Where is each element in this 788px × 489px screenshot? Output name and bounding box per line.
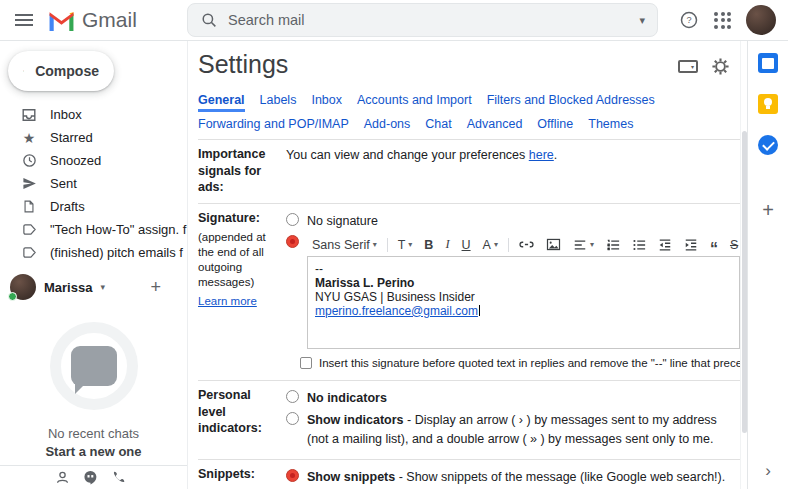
sidebar-item-label: Starred <box>50 130 93 145</box>
settings-header: Settings ▾ <box>198 45 740 87</box>
font-family-button[interactable]: Sans Serif ▾ <box>307 235 382 255</box>
insert-image-button[interactable] <box>541 235 566 255</box>
no-indicators-radio[interactable] <box>286 390 299 403</box>
label-icon <box>21 222 37 238</box>
settings-gear-icon[interactable] <box>711 57 730 76</box>
body: Compose Inbox ★ Starred <box>0 41 788 489</box>
sidebar-item-snoozed[interactable]: Snoozed <box>0 149 187 172</box>
gmail-logo[interactable]: Gmail <box>48 8 187 32</box>
quote-button[interactable]: “ <box>705 235 723 255</box>
numbered-list-button[interactable] <box>601 235 625 255</box>
tab-labels[interactable]: Labels <box>260 93 297 112</box>
hamburger-menu-button[interactable] <box>0 11 48 29</box>
ads-text: You can view and change your preferences <box>286 148 529 162</box>
caret-down-icon: ▾ <box>408 240 412 249</box>
help-button[interactable]: ? <box>679 10 699 30</box>
phone-icon[interactable] <box>110 469 127 486</box>
gmail-m-icon <box>48 10 75 31</box>
tab-accounts-and-import[interactable]: Accounts and Import <box>357 93 472 112</box>
signature-row-content: No signature Sans Serif ▾ <box>286 210 740 374</box>
account-avatar[interactable] <box>746 5 776 35</box>
get-add-ons-button[interactable]: + <box>762 200 774 220</box>
new-chat-button[interactable]: + <box>150 278 177 296</box>
start-new-chat-link[interactable]: Start a new one <box>0 444 187 459</box>
show-snippets-radio-selected[interactable] <box>286 469 299 482</box>
apps-grid-icon[interactable] <box>714 12 731 29</box>
hangouts-icon[interactable] <box>82 469 99 486</box>
collapse-panel-chevron-icon[interactable]: › <box>765 461 771 481</box>
tab-advanced[interactable]: Advanced <box>467 117 523 136</box>
chat-empty-state: No recent chats Start a new one <box>0 322 187 459</box>
learn-more-link[interactable]: Learn more <box>198 294 257 309</box>
calendar-icon[interactable] <box>758 53 778 73</box>
tab-general[interactable]: General <box>198 93 245 112</box>
snippets-row-content: Show snippets - Show snippets of the mes… <box>286 466 740 489</box>
compose-button[interactable]: Compose <box>8 51 114 91</box>
search-bar: ▾ <box>187 3 658 37</box>
strikethrough-button[interactable]: S <box>725 235 740 255</box>
text-color-button[interactable]: A ▾ <box>478 235 503 255</box>
tasks-icon[interactable] <box>758 135 778 155</box>
help-icon: ? <box>679 10 699 30</box>
chat-profile-caret-icon[interactable]: ▾ <box>100 282 105 292</box>
search-options-caret-icon[interactable]: ▾ <box>639 14 645 27</box>
no-signature-radio[interactable] <box>286 213 299 226</box>
signature-email-link[interactable]: mperino.freelance@gmail.com <box>315 304 478 318</box>
settings-page: Settings ▾ General Labels <box>188 41 740 489</box>
signature-toolbar: Sans Serif ▾ T ▾ B I U <box>307 234 740 256</box>
sidebar-item-drafts[interactable]: Drafts <box>0 195 187 218</box>
sidebar-item-label: "Tech How-To" assign. f <box>50 222 186 237</box>
align-button[interactable]: ▾ <box>568 235 599 255</box>
inbox-icon <box>21 107 37 123</box>
scrollbar-track[interactable] <box>740 41 747 489</box>
no-indicators-option: No indicators <box>286 389 740 407</box>
tab-filters-and-blocked-addresses[interactable]: Filters and Blocked Addresses <box>487 93 655 112</box>
input-style-select-icon[interactable]: ▾ <box>678 60 698 73</box>
font-size-button[interactable]: T ▾ <box>393 235 418 255</box>
draft-icon <box>21 199 37 215</box>
insert-link-button[interactable] <box>514 235 539 255</box>
no-signature-option: No signature <box>286 212 740 230</box>
signature-editor-option: Sans Serif ▾ T ▾ B I U <box>286 234 740 349</box>
search-icon[interactable] <box>200 11 218 29</box>
tab-add-ons[interactable]: Add-ons <box>364 117 411 136</box>
ads-text-suffix: . <box>554 148 557 162</box>
tab-forwarding-pop-imap[interactable]: Forwarding and POP/IMAP <box>198 117 349 136</box>
sidebar-nav: Inbox ★ Starred Snoozed <box>0 103 187 264</box>
star-icon: ★ <box>21 130 37 146</box>
chat-bubble-graphic <box>50 322 138 410</box>
tab-chat[interactable]: Chat <box>425 117 451 136</box>
caret-down-icon: ▾ <box>494 240 498 249</box>
underline-button[interactable]: U <box>457 235 476 255</box>
show-indicators-radio[interactable] <box>286 412 299 425</box>
bold-button[interactable]: B <box>419 235 438 255</box>
sidebar-item-label-finished-pitch[interactable]: (finished) pitch emails f <box>0 241 187 264</box>
topbar: Gmail ▾ ? <box>0 0 788 41</box>
link-icon <box>519 237 534 252</box>
contacts-person-icon[interactable] <box>54 469 71 486</box>
search-input[interactable] <box>228 12 629 28</box>
image-icon <box>546 237 561 252</box>
signature-quoted-checkbox[interactable] <box>300 357 312 369</box>
indent-button[interactable] <box>679 235 703 255</box>
tab-inbox[interactable]: Inbox <box>311 93 342 112</box>
indent-icon <box>684 238 698 252</box>
sidebar-item-sent[interactable]: Sent <box>0 172 187 195</box>
chat-avatar[interactable] <box>10 274 36 300</box>
speech-bubble-icon <box>71 346 117 386</box>
keep-icon[interactable] <box>758 94 778 114</box>
sidebar-item-starred[interactable]: ★ Starred <box>0 126 187 149</box>
signature-editor[interactable]: -- Marissa L. Perino NYU GSAS | Business… <box>307 256 740 349</box>
tab-offline[interactable]: Offline <box>537 117 573 136</box>
outdent-button[interactable] <box>653 235 677 255</box>
bulleted-list-button[interactable] <box>627 235 651 255</box>
signature-editor-block: Sans Serif ▾ T ▾ B I U <box>307 234 740 349</box>
italic-button[interactable]: I <box>440 235 454 255</box>
ads-row-label: Importance signals for ads: <box>198 146 286 196</box>
sidebar-item-label-tech-how-to[interactable]: "Tech How-To" assign. f <box>0 218 187 241</box>
label-icon <box>21 245 37 261</box>
sidebar-item-inbox[interactable]: Inbox <box>0 103 187 126</box>
ads-here-link[interactable]: here <box>529 148 554 162</box>
signature-radio-selected[interactable] <box>286 235 299 248</box>
tab-themes[interactable]: Themes <box>588 117 633 136</box>
